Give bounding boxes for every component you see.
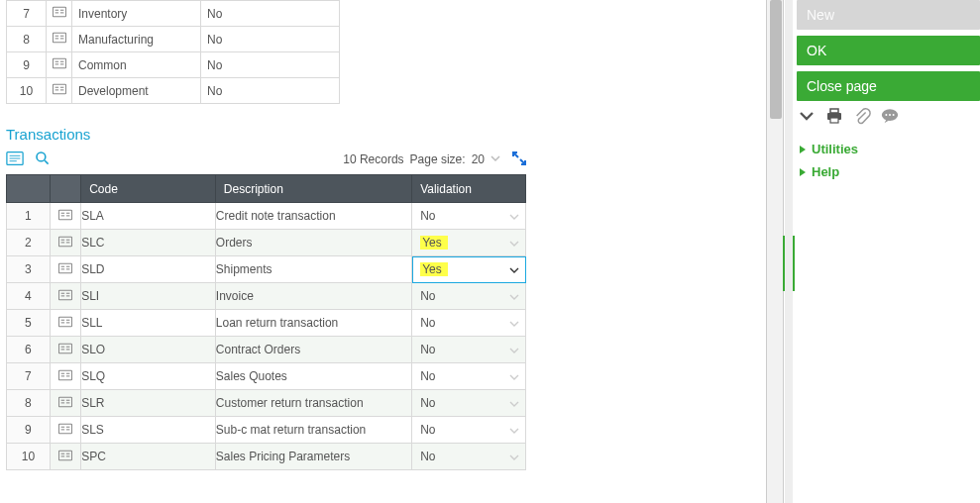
- detail-icon[interactable]: [50, 444, 80, 470]
- table-row[interactable]: 10DevelopmentNo: [7, 78, 340, 104]
- module-name[interactable]: Common: [72, 52, 201, 78]
- page-size-value[interactable]: 20: [472, 152, 485, 166]
- transaction-code[interactable]: SLI: [81, 283, 216, 310]
- module-flag[interactable]: No: [201, 1, 340, 27]
- transaction-code[interactable]: SLQ: [81, 363, 216, 390]
- dropdown-icon[interactable]: [509, 262, 519, 276]
- transaction-description[interactable]: Invoice: [215, 283, 411, 310]
- attachment-icon[interactable]: [852, 107, 872, 128]
- chevron-down-icon[interactable]: [797, 107, 817, 128]
- svg-rect-41: [58, 290, 71, 300]
- comment-icon[interactable]: [880, 107, 900, 128]
- table-row[interactable]: 9SLSSub-c mat return transactionNo: [7, 417, 526, 444]
- dropdown-icon[interactable]: [509, 289, 519, 303]
- close-page-button[interactable]: Close page: [797, 71, 980, 101]
- detail-icon[interactable]: [47, 52, 72, 78]
- validation-cell[interactable]: Yes: [412, 256, 526, 283]
- search-icon[interactable]: [34, 151, 52, 169]
- detail-icon[interactable]: [47, 78, 72, 104]
- validation-cell[interactable]: No: [412, 203, 526, 230]
- module-flag[interactable]: No: [201, 52, 340, 78]
- svg-rect-66: [58, 424, 71, 434]
- detail-icon[interactable]: [50, 256, 80, 283]
- row-index: 6: [7, 337, 51, 363]
- validation-cell[interactable]: No: [412, 363, 526, 390]
- table-row[interactable]: 8SLRCustomer return transactionNo: [7, 390, 526, 417]
- vertical-scrollbar[interactable]: [766, 0, 784, 503]
- detail-icon[interactable]: [50, 230, 80, 256]
- validation-cell[interactable]: Yes: [412, 230, 526, 256]
- transaction-description[interactable]: Sub-c mat return transaction: [215, 417, 411, 444]
- validation-cell[interactable]: No: [412, 337, 526, 363]
- validation-cell[interactable]: No: [412, 310, 526, 337]
- page-size-dropdown-icon[interactable]: [490, 152, 500, 166]
- detail-icon[interactable]: [50, 337, 80, 363]
- table-row[interactable]: 9CommonNo: [7, 52, 340, 78]
- transaction-description[interactable]: Credit note transaction: [215, 203, 411, 230]
- transaction-code[interactable]: SLO: [81, 337, 216, 363]
- svg-point-81: [889, 114, 891, 116]
- detail-icon[interactable]: [50, 283, 80, 310]
- transaction-description[interactable]: Sales Pricing Parameters: [215, 444, 411, 470]
- module-table: 7InventoryNo8ManufacturingNo9CommonNo10D…: [6, 0, 340, 104]
- dropdown-icon[interactable]: [509, 369, 519, 383]
- help-menu[interactable]: Help: [799, 164, 980, 179]
- transaction-code[interactable]: SLD: [81, 256, 216, 283]
- transaction-code[interactable]: SLL: [81, 310, 216, 337]
- form-icon[interactable]: [6, 151, 24, 169]
- expand-icon[interactable]: [512, 151, 526, 168]
- detail-icon[interactable]: [50, 203, 80, 230]
- transaction-description[interactable]: Orders: [215, 230, 411, 256]
- table-row[interactable]: 7SLQSales QuotesNo: [7, 363, 526, 390]
- validation-cell[interactable]: No: [412, 390, 526, 417]
- col-header-code[interactable]: Code: [81, 175, 216, 203]
- table-row[interactable]: 2SLCOrdersYes: [7, 230, 526, 256]
- table-row[interactable]: 8ManufacturingNo: [7, 27, 340, 52]
- table-row[interactable]: 10SPCSales Pricing ParametersNo: [7, 444, 526, 470]
- dropdown-icon[interactable]: [509, 343, 519, 356]
- dropdown-icon[interactable]: [509, 423, 519, 437]
- dropdown-icon[interactable]: [509, 316, 519, 330]
- dropdown-icon[interactable]: [509, 209, 519, 223]
- validation-cell[interactable]: No: [412, 283, 526, 310]
- print-icon[interactable]: [824, 107, 844, 128]
- transaction-code[interactable]: SLS: [81, 417, 216, 444]
- module-flag[interactable]: No: [201, 27, 340, 52]
- transaction-description[interactable]: Customer return transaction: [215, 390, 411, 417]
- module-name[interactable]: Manufacturing: [72, 27, 201, 52]
- detail-icon[interactable]: [50, 363, 80, 390]
- detail-icon[interactable]: [50, 390, 80, 417]
- transaction-code[interactable]: SLR: [81, 390, 216, 417]
- table-row[interactable]: 6SLOContract OrdersNo: [7, 337, 526, 363]
- table-row[interactable]: 3SLDShipmentsYes: [7, 256, 526, 283]
- module-name[interactable]: Inventory: [72, 1, 201, 27]
- scrollbar-thumb[interactable]: [770, 0, 782, 119]
- ok-button[interactable]: OK: [797, 36, 980, 65]
- table-row[interactable]: 7InventoryNo: [7, 1, 340, 27]
- transaction-description[interactable]: Loan return transaction: [215, 310, 411, 337]
- transaction-code[interactable]: SLC: [81, 230, 216, 256]
- table-row[interactable]: 1SLACredit note transactionNo: [7, 203, 526, 230]
- col-header-validation[interactable]: Validation: [412, 175, 526, 203]
- dropdown-icon[interactable]: [509, 236, 519, 250]
- validation-cell[interactable]: No: [412, 417, 526, 444]
- transaction-description[interactable]: Contract Orders: [215, 337, 411, 363]
- detail-icon[interactable]: [50, 310, 80, 337]
- svg-rect-26: [58, 210, 71, 220]
- module-flag[interactable]: No: [201, 78, 340, 104]
- dropdown-icon[interactable]: [509, 450, 519, 463]
- detail-icon[interactable]: [47, 27, 72, 52]
- validation-cell[interactable]: No: [412, 444, 526, 470]
- transaction-description[interactable]: Sales Quotes: [215, 363, 411, 390]
- dropdown-icon[interactable]: [509, 396, 519, 410]
- detail-icon[interactable]: [50, 417, 80, 444]
- module-name[interactable]: Development: [72, 78, 201, 104]
- utilities-menu[interactable]: Utilities: [799, 142, 980, 156]
- transaction-description[interactable]: Shipments: [215, 256, 411, 283]
- transaction-code[interactable]: SLA: [81, 203, 216, 230]
- table-row[interactable]: 5SLLLoan return transactionNo: [7, 310, 526, 337]
- table-row[interactable]: 4SLIInvoiceNo: [7, 283, 526, 310]
- detail-icon[interactable]: [47, 1, 72, 27]
- transaction-code[interactable]: SPC: [81, 444, 216, 470]
- col-header-description[interactable]: Description: [215, 175, 411, 203]
